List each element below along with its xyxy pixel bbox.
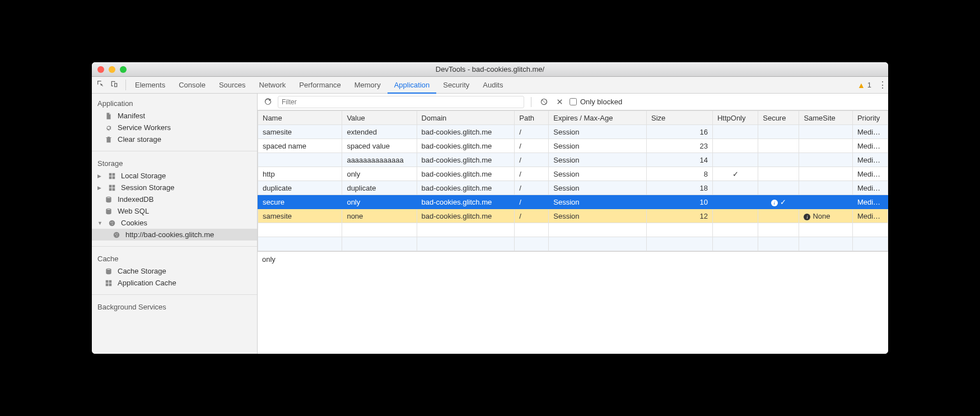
db-icon — [104, 196, 113, 204]
sidebar-item-clear-storage[interactable]: Clear storage — [92, 133, 257, 145]
tab-security[interactable]: Security — [436, 77, 476, 94]
warning-badge[interactable]: ▲ 1 — [857, 81, 871, 90]
warning-icon: ▲ — [857, 81, 865, 90]
only-blocked-toggle[interactable]: Only blocked — [570, 98, 622, 106]
sidebar-item-label: http://bad-cookies.glitch.me — [125, 230, 214, 239]
cell — [712, 195, 758, 209]
cookies-table: NameValueDomainPathExpires / Max-AgeSize… — [258, 110, 888, 252]
cell — [712, 223, 758, 237]
tab-application[interactable]: Application — [388, 77, 437, 94]
cell — [342, 237, 417, 251]
cell: Medium — [852, 139, 888, 153]
cell: 16 — [647, 125, 713, 139]
column-header[interactable]: Name — [258, 111, 342, 125]
chevron-right-icon: ▶ — [97, 185, 103, 191]
cell: / — [515, 153, 549, 167]
table-row[interactable]: samesiteextendedbad-cookies.glitch.me/Se… — [258, 125, 888, 139]
tabbar: ElementsConsoleSourcesNetworkPerformance… — [92, 77, 888, 94]
cell: / — [515, 209, 549, 223]
table-row[interactable]: httponlybad-cookies.glitch.me/Session8✓M… — [258, 167, 888, 181]
column-header[interactable]: Expires / Max-Age — [549, 111, 647, 125]
cell: bad-cookies.glitch.me — [417, 139, 515, 153]
table-row[interactable]: aaaaaaaaaaaaaabad-cookies.glitch.me/Sess… — [258, 153, 888, 167]
cell: Session — [549, 139, 647, 153]
tab-sources[interactable]: Sources — [212, 77, 253, 94]
sidebar-item-indexeddb[interactable]: IndexedDB — [92, 193, 257, 205]
sidebar-item-cache-storage[interactable]: Cache Storage — [92, 265, 257, 277]
sidebar-item-label: IndexedDB — [118, 195, 153, 204]
cell: Session — [549, 167, 647, 181]
cell — [758, 223, 799, 237]
close-window-button[interactable] — [97, 66, 104, 73]
filter-input[interactable] — [278, 96, 524, 108]
cookies-toolbar: Only blocked — [258, 94, 888, 110]
db-icon — [104, 207, 113, 215]
cell: Medium — [852, 195, 888, 209]
svg-point-2 — [112, 221, 113, 223]
cell: none — [342, 209, 417, 223]
table-row[interactable]: duplicateduplicatebad-cookies.glitch.me/… — [258, 181, 888, 195]
column-header[interactable]: SameSite — [799, 111, 853, 125]
tab-console[interactable]: Console — [172, 77, 212, 94]
cell — [799, 223, 853, 237]
cell: 18 — [647, 181, 713, 195]
sidebar-item-local-storage[interactable]: ▶Local Storage — [92, 170, 257, 182]
sidebar-item-manifest[interactable]: Manifest — [92, 110, 257, 122]
cell — [258, 223, 342, 237]
cell: Session — [549, 181, 647, 195]
inspect-icon[interactable] — [96, 80, 105, 90]
column-header[interactable]: Priority — [852, 111, 888, 125]
cell: Medium — [852, 125, 888, 139]
sidebar-item-application-cache[interactable]: Application Cache — [92, 277, 257, 289]
info-icon: i — [771, 200, 778, 206]
cell: aaaaaaaaaaaaaa — [342, 153, 417, 167]
more-options-icon[interactable]: ⋮ — [875, 80, 884, 90]
cell — [799, 195, 853, 209]
sidebar-item-service-workers[interactable]: Service Workers — [92, 122, 257, 133]
table-row[interactable]: secureonlybad-cookies.glitch.me/Session1… — [258, 195, 888, 209]
device-toggle-icon[interactable] — [110, 80, 119, 90]
sidebar-item-cookie-origin[interactable]: http://bad-cookies.glitch.me — [92, 229, 257, 241]
cell — [647, 223, 713, 237]
tab-audits[interactable]: Audits — [476, 77, 510, 94]
table-row-empty — [258, 223, 888, 237]
only-blocked-checkbox[interactable] — [570, 98, 577, 105]
column-header[interactable]: Value — [342, 111, 417, 125]
cell — [712, 139, 758, 153]
table-row[interactable]: spaced namespaced valuebad-cookies.glitc… — [258, 139, 888, 153]
cell — [342, 223, 417, 237]
clear-all-icon[interactable] — [538, 96, 549, 108]
minimize-window-button[interactable] — [109, 66, 115, 73]
sidebar-item-label: Session Storage — [121, 183, 174, 192]
cell — [258, 153, 342, 167]
traffic-lights — [92, 66, 127, 73]
cell — [799, 139, 853, 153]
tab-memory[interactable]: Memory — [348, 77, 388, 94]
column-header[interactable]: Secure — [758, 111, 799, 125]
main-panel: Only blocked NameValueDomainPathExpires … — [258, 94, 888, 354]
sidebar-item-web-sql[interactable]: Web SQL — [92, 205, 257, 217]
sidebar-item-label: Manifest — [118, 112, 145, 120]
column-header[interactable]: Domain — [417, 111, 515, 125]
table-row[interactable]: samesitenonebad-cookies.glitch.me/Sessio… — [258, 209, 888, 223]
cell — [712, 153, 758, 167]
separator — [531, 97, 531, 107]
refresh-icon[interactable] — [262, 96, 273, 108]
delete-icon[interactable] — [554, 96, 565, 108]
column-header[interactable]: Path — [515, 111, 549, 125]
chevron-right-icon: ▶ — [97, 173, 103, 179]
cell: secure — [258, 195, 342, 209]
trash-icon — [104, 136, 113, 144]
sidebar-item-label: Cache Storage — [118, 267, 166, 275]
cell — [799, 153, 853, 167]
sidebar-item-session-storage[interactable]: ▶Session Storage — [92, 182, 257, 193]
column-header[interactable]: Size — [647, 111, 713, 125]
sidebar-item-label: Clear storage — [118, 135, 161, 144]
tab-network[interactable]: Network — [253, 77, 293, 94]
zoom-window-button[interactable] — [120, 66, 127, 73]
tab-performance[interactable]: Performance — [292, 77, 347, 94]
gear-icon — [104, 124, 113, 132]
tab-elements[interactable]: Elements — [128, 77, 172, 94]
sidebar-item-cookies[interactable]: ▼Cookies — [92, 217, 257, 229]
column-header[interactable]: HttpOnly — [712, 111, 758, 125]
